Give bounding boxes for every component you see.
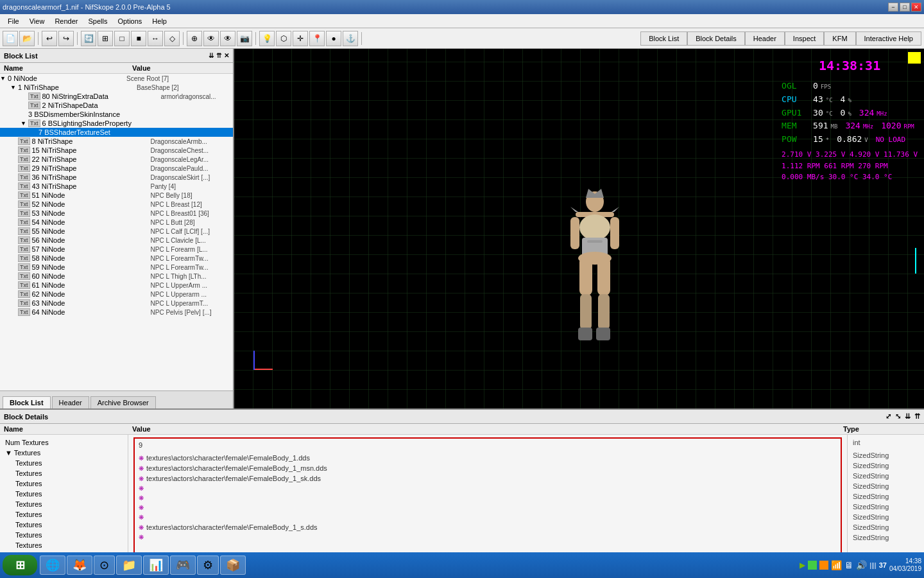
- taskbar-app-explorer[interactable]: 📁: [116, 556, 142, 575]
- svg-rect-9: [597, 257, 610, 295]
- tree-item-80[interactable]: Txt 80 NiStringExtraData armor\dragonsca…: [0, 92, 233, 101]
- tree-item-8[interactable]: Txt 8 NiTriShape DragonscaleArmb...: [0, 137, 233, 146]
- menu-render[interactable]: Render: [49, 16, 83, 26]
- minimize-button[interactable]: −: [888, 3, 898, 12]
- close-button[interactable]: ✕: [911, 3, 921, 12]
- toggle-54: [10, 219, 18, 225]
- toggle-6[interactable]: ▼: [21, 120, 28, 127]
- maximize-button[interactable]: □: [900, 3, 910, 12]
- toolbar-select[interactable]: ◇: [164, 31, 180, 46]
- tree-value-29: DragonscalePauld...: [151, 165, 209, 172]
- taskbar-app-excel[interactable]: 📊: [143, 556, 169, 575]
- tree-item-53[interactable]: Txt 53 NiNode NPC L Breast01 [36]: [0, 209, 233, 218]
- tree-item-22[interactable]: Txt 22 NiTriShape DragonscaleLegAr...: [0, 155, 233, 164]
- texture-icon-3: ❋: [139, 485, 144, 492]
- tree-item-55[interactable]: Txt 55 NiNode NPC L Calf [LClf] [...]: [0, 227, 233, 236]
- tree-item-29[interactable]: Txt 29 NiTriShape DragonscalePauld...: [0, 164, 233, 173]
- toolbar-light[interactable]: 💡: [259, 31, 275, 46]
- toolbar-grid[interactable]: ⊞: [98, 31, 113, 46]
- hud-row-ogl: OGL 0 FPS: [782, 80, 918, 93]
- tree-label-61: 61 NiNode: [32, 281, 151, 289]
- tree-item-6[interactable]: ▼ Txt 6 BSLightingShaderProperty: [0, 119, 233, 128]
- taskbar-app-settings[interactable]: ⚙: [197, 556, 219, 575]
- tree-value-15: DragonscaleChest...: [151, 147, 209, 154]
- tree-item-7[interactable]: 7 BSShaderTextureSet: [0, 128, 233, 137]
- toolbar-node[interactable]: ⊕: [187, 31, 202, 46]
- tree-item-61[interactable]: Txt 61 NiNode NPC L UpperArm ...: [0, 281, 233, 290]
- tab-blockdetails[interactable]: Block Details: [687, 31, 745, 46]
- tree-item-2[interactable]: Txt 2 NiTriShapeData: [0, 101, 233, 110]
- tree-item-59[interactable]: Txt 59 NiNode NPC L ForearmTw...: [0, 263, 233, 272]
- toolbar-box[interactable]: □: [114, 31, 130, 46]
- toolbar-light2[interactable]: ⬡: [276, 31, 291, 46]
- menu-view[interactable]: View: [24, 16, 50, 26]
- tree-item-3[interactable]: 3 BSDismemberSkinInstance: [0, 110, 233, 119]
- taskbar-app-winrar[interactable]: 📦: [220, 556, 246, 575]
- tab-kfm[interactable]: KFM: [824, 31, 855, 46]
- bl-tab-archive[interactable]: Archive Browser: [90, 396, 156, 408]
- blockdetails-expand-icon[interactable]: ⤢: [886, 412, 891, 421]
- collapse-all-icon[interactable]: ⇊: [209, 52, 214, 59]
- bl-tab-blocklist[interactable]: Block List: [3, 396, 51, 408]
- tab-header[interactable]: Header: [745, 31, 785, 46]
- toolbar-camera[interactable]: 📷: [237, 31, 252, 46]
- tree-item-56[interactable]: Txt 56 NiNode NPC L Clavicle [L...: [0, 236, 233, 245]
- tree-item-1[interactable]: ▼ 1 NiTriShape BaseShape [2]: [0, 83, 233, 92]
- tree-item-60[interactable]: Txt 60 NiNode NPC L Thigh [LTh...: [0, 272, 233, 281]
- toolbar-move[interactable]: ✛: [293, 31, 308, 46]
- tree-item-62[interactable]: Txt 62 NiNode NPC L Upperarm ...: [0, 290, 233, 299]
- tree-item-15[interactable]: Txt 15 NiTriShape DragonscaleChest...: [0, 146, 233, 155]
- tree-item-57[interactable]: Txt 57 NiNode NPC L Forearm [L...: [0, 245, 233, 254]
- menu-options[interactable]: Options: [112, 16, 147, 26]
- viewport[interactable]: 14:38:31 OGL 0 FPS CPU 43 °C 4 % GPU1 30…: [234, 49, 924, 408]
- tree-item-0[interactable]: ▼ 0 NiNode Scene Root [7]: [0, 74, 233, 83]
- tree-item-52[interactable]: Txt 52 NiNode NPC L Breast [12]: [0, 200, 233, 209]
- toggle-64: [10, 309, 18, 315]
- menu-help[interactable]: Help: [147, 16, 172, 26]
- tree-item-63[interactable]: Txt 63 NiNode NPC L UpperarmT...: [0, 299, 233, 308]
- tree-value-62: NPC L Upperarm ...: [151, 291, 207, 298]
- toolbar-eye2[interactable]: 👁: [220, 31, 235, 46]
- toolbar-redo[interactable]: ↪: [58, 31, 74, 46]
- toolbar-transform[interactable]: ↔: [148, 31, 163, 46]
- tree-item-58[interactable]: Txt 58 NiNode NPC L ForearmTw...: [0, 254, 233, 263]
- toolbar-open[interactable]: 📂: [19, 31, 35, 46]
- tree-item-36[interactable]: Txt 36 NiTriShape DragonscaleSkirt [...]: [0, 173, 233, 182]
- start-button[interactable]: ⊞: [3, 555, 37, 575]
- taskbar-app-firefox[interactable]: 🦊: [67, 556, 92, 575]
- txt-label-64: Txt: [18, 308, 30, 316]
- tree-item-51[interactable]: Txt 51 NiNode NPC Belly [18]: [0, 191, 233, 200]
- taskbar-app-minecraft[interactable]: 🎮: [170, 556, 196, 575]
- taskbar-app-chrome[interactable]: ⊙: [94, 556, 115, 575]
- toolbar-eye[interactable]: 👁: [203, 31, 219, 46]
- toggle-1[interactable]: ▼: [10, 84, 18, 91]
- tree-item-54[interactable]: Txt 54 NiNode NPC L Butt [28]: [0, 218, 233, 227]
- blockdetails-expand-all-icon[interactable]: ⇈: [914, 412, 920, 421]
- toolbar-box2[interactable]: ■: [131, 31, 146, 46]
- toolbar-new[interactable]: 📄: [3, 31, 18, 46]
- taskbar-tray: ▶ 📶 🖥 🔊 |||| 37 14:38 04/03/2019: [800, 557, 921, 573]
- blockdetails-collapse-icon[interactable]: ⤡: [895, 412, 901, 421]
- tab-interactivehelp[interactable]: Interactive Help: [856, 31, 921, 46]
- toolbar-undo[interactable]: ↩: [42, 31, 57, 46]
- menu-spells[interactable]: Spells: [83, 16, 112, 26]
- taskbar-app-ie[interactable]: 🌐: [40, 556, 65, 575]
- blockdetails-collapse-all-icon[interactable]: ⇊: [905, 412, 911, 421]
- tree-label-36: 36 NiTriShape: [32, 173, 151, 181]
- hud-val-mem-mhz: 324: [845, 119, 860, 133]
- tree-item-64[interactable]: Txt 64 NiNode NPC Pelvis [Pelv] [...]: [0, 308, 233, 317]
- expand-all-icon[interactable]: ⇈: [216, 52, 221, 59]
- tree-label-52: 52 NiNode: [32, 200, 151, 208]
- toolbar-reload[interactable]: 🔄: [81, 31, 96, 46]
- bl-tab-header[interactable]: Header: [52, 396, 89, 408]
- toolbar-dot[interactable]: ●: [326, 31, 341, 46]
- menu-file[interactable]: File: [3, 16, 24, 26]
- tree-label-7: 7 BSShaderTextureSet: [38, 128, 157, 136]
- tab-blocklist[interactable]: Block List: [640, 31, 687, 46]
- toolbar-anchor[interactable]: ⚓: [343, 31, 358, 46]
- close-panel-icon[interactable]: ✕: [224, 52, 229, 59]
- tree-item-43[interactable]: Txt 43 NiTriShape Panty [4]: [0, 182, 233, 191]
- toolbar-pin[interactable]: 📍: [309, 31, 325, 46]
- toggle-0[interactable]: ▼: [0, 75, 8, 82]
- tab-inspect[interactable]: Inspect: [785, 31, 824, 46]
